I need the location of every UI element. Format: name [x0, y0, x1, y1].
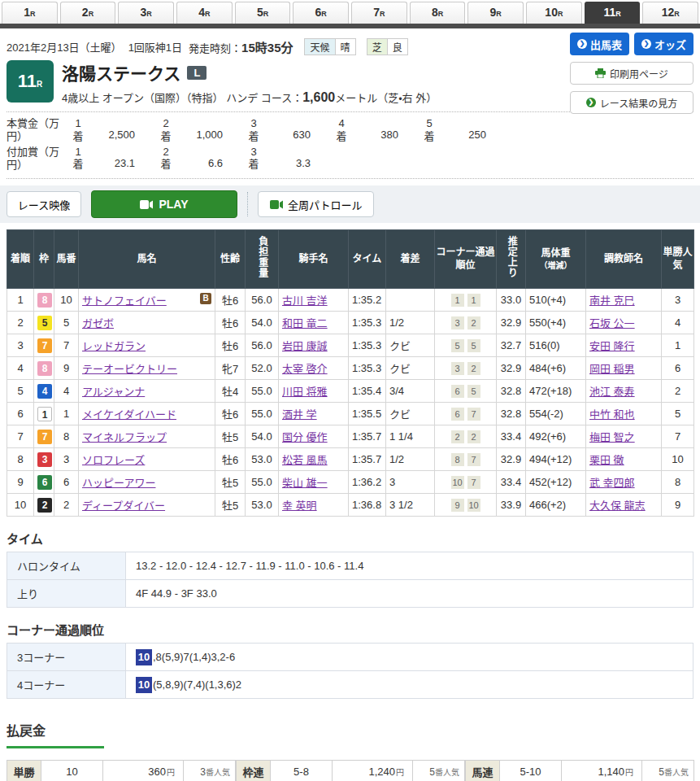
- carried-weight: 56.0: [246, 289, 279, 312]
- waku-cell: 3: [34, 448, 54, 471]
- jockey-link[interactable]: 酒井 学: [282, 408, 317, 421]
- bet-type-label: 馬連: [466, 761, 500, 781]
- horse-weight: 452(+12): [526, 471, 586, 494]
- waku-cell: 5: [34, 312, 54, 334]
- margin: クビ: [386, 357, 435, 380]
- jockey-cell: 酒井 学: [279, 403, 349, 425]
- payout-amount: 1,140円: [562, 761, 642, 781]
- prize-item: 3着630: [247, 117, 335, 142]
- shutsuba-button[interactable]: ❯出馬表: [570, 33, 629, 55]
- horse-number: 4: [54, 380, 79, 403]
- waku-badge: 5: [37, 316, 52, 330]
- corner-pass-number: 5: [467, 339, 480, 352]
- horse-name-link[interactable]: ハッピーアワー: [82, 477, 155, 489]
- prize-value: 6.6: [172, 157, 223, 170]
- turf-value: 良: [387, 38, 408, 55]
- trainer-link[interactable]: 石坂 公一: [589, 317, 635, 329]
- prize-rank: 1着: [72, 146, 85, 171]
- trainer-link[interactable]: 安田 隆行: [589, 340, 635, 352]
- tab-4r[interactable]: 4R: [176, 2, 233, 24]
- horse-name-link[interactable]: テーオービクトリー: [82, 363, 177, 375]
- jockey-link[interactable]: 古川 吉洋: [282, 295, 328, 307]
- horse-name-link[interactable]: マイネルフラップ: [82, 431, 167, 443]
- leader-number: 10: [136, 649, 152, 665]
- prize-rank: 2着: [159, 117, 172, 142]
- tab-suffix: R: [496, 10, 502, 18]
- jockey-link[interactable]: 幸 英明: [282, 500, 317, 512]
- prize-value: 1,000: [172, 129, 223, 142]
- odds-button[interactable]: ❯オッズ: [634, 33, 693, 55]
- table-row: 1810サトノフェイバーB牡656.0古川 吉洋1:35.21133.0510(…: [7, 289, 694, 312]
- tab-11r[interactable]: 11R: [585, 2, 641, 24]
- tab-5r[interactable]: 5R: [235, 2, 291, 24]
- payout-row: 枠連5-81,240円5番人気: [237, 761, 465, 781]
- tab-8r[interactable]: 8R: [410, 2, 466, 24]
- horse-number: 6: [54, 471, 79, 494]
- tab-1r[interactable]: 1R: [2, 2, 58, 24]
- tab-suffix: R: [263, 10, 269, 18]
- jockey-link[interactable]: 岩田 康誠: [282, 340, 328, 352]
- jockey-link[interactable]: 川田 将雅: [282, 386, 328, 398]
- horse-name-link[interactable]: ガゼボ: [82, 317, 114, 329]
- main-prize-label: 本賞金（万円）: [7, 117, 72, 144]
- jockey-link[interactable]: 和田 竜二: [282, 317, 328, 329]
- tab-6r[interactable]: 6R: [293, 2, 349, 24]
- jockey-link[interactable]: 松若 風馬: [282, 454, 328, 466]
- tab-10r[interactable]: 10R: [526, 2, 582, 24]
- trainer-link[interactable]: 池江 泰寿: [589, 386, 635, 398]
- trainer-link[interactable]: 大久保 龍志: [589, 500, 646, 512]
- sex-age: 牡6: [215, 448, 246, 471]
- carried-weight: 54.0: [246, 312, 279, 334]
- tab-2r[interactable]: 2R: [60, 2, 116, 24]
- sex-age: 牝7: [215, 357, 246, 380]
- main-prize-items: 1着2,5002着1,0003着6304着3805着250: [72, 117, 511, 142]
- tab-9r[interactable]: 9R: [467, 2, 524, 24]
- jockey-link[interactable]: 柴山 雄一: [282, 477, 328, 489]
- trainer-link[interactable]: 南井 克巳: [589, 295, 635, 307]
- divider: [247, 192, 248, 216]
- patrol-video-button[interactable]: 全周パトロール: [258, 191, 374, 217]
- tab-number: 12: [662, 6, 675, 19]
- tab-12r[interactable]: 12R: [642, 2, 698, 24]
- win-popularity: 4: [662, 312, 694, 334]
- horse-name-link[interactable]: ディープダイバー: [82, 500, 165, 512]
- waku-cell: 7: [34, 334, 54, 357]
- margin: 3/4: [386, 380, 435, 403]
- horse-weight: 492(+6): [526, 425, 586, 448]
- jockey-link[interactable]: 太宰 啓介: [282, 363, 328, 375]
- race-number-badge: 11R: [7, 60, 54, 103]
- jockey-link[interactable]: 国分 優作: [282, 431, 328, 443]
- play-button[interactable]: PLAY: [91, 190, 237, 218]
- horse-name-cell: アルジャンナ: [79, 380, 215, 403]
- tab-7r[interactable]: 7R: [351, 2, 407, 24]
- print-page-button[interactable]: 印刷用ページ: [570, 62, 693, 85]
- prize-rank: 3着: [247, 117, 260, 142]
- tab-3r[interactable]: 3R: [118, 2, 174, 24]
- horse-name-cell: メイケイダイハード: [79, 403, 215, 425]
- horse-name-link[interactable]: メイケイダイハード: [82, 408, 176, 421]
- horse-name-link[interactable]: ソロフレーズ: [82, 454, 145, 466]
- horse-name-link[interactable]: アルジャンナ: [82, 386, 145, 398]
- last-3f: 33.4: [497, 425, 526, 448]
- col-weight: 負担重量: [246, 230, 279, 289]
- arrow-circle-icon: ❯: [586, 98, 596, 107]
- trainer-link[interactable]: 中竹 和也: [589, 408, 635, 421]
- jockey-cell: 岩田 康誠: [279, 334, 349, 357]
- race-video-button[interactable]: レース映像: [7, 191, 81, 217]
- corner-table: 3コーナー 10,8(5,9)7(1,4)3,2-6 4コーナー 10(5,8,…: [7, 643, 693, 699]
- jockey-cell: 柴山 雄一: [279, 471, 349, 494]
- corner-pass-number: 7: [467, 453, 480, 466]
- trainer-link[interactable]: 武 幸四郎: [589, 477, 635, 489]
- finish-time: 1:35.7: [349, 425, 386, 448]
- trainer-cell: 池江 泰寿: [586, 380, 662, 403]
- horse-name-link[interactable]: サトノフェイバー: [82, 295, 167, 307]
- trainer-link[interactable]: 栗田 徹: [589, 454, 624, 466]
- corner-pass-number: 2: [467, 362, 480, 375]
- result-guide-button[interactable]: ❯ レース結果の見方: [570, 91, 693, 114]
- horse-name-link[interactable]: レッドガラン: [82, 340, 146, 352]
- trainer-link[interactable]: 岡田 稲男: [589, 363, 635, 375]
- bet-combination: 10: [41, 761, 103, 781]
- trainer-link[interactable]: 梅田 智之: [589, 431, 635, 443]
- win-popularity: 7: [662, 425, 694, 448]
- finish-time: 1:36.8: [349, 494, 386, 517]
